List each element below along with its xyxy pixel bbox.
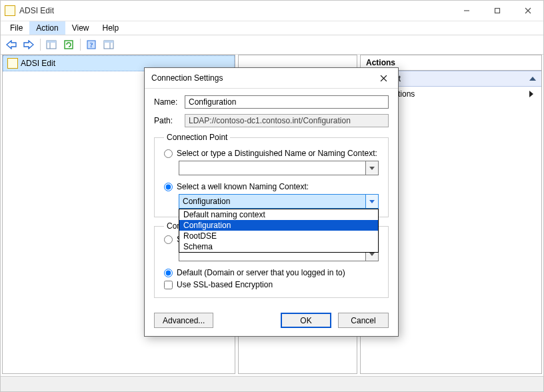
action-pane-button[interactable] [101,37,117,52]
submenu-icon [529,91,533,97]
status-bar [1,376,543,391]
ssl-checkbox-input[interactable] [164,281,173,289]
name-field[interactable] [185,95,389,109]
nc-dropdown-list: Default naming context Configuration Roo… [179,209,379,253]
svg-rect-7 [65,41,73,49]
ok-button[interactable]: OK [281,313,331,328]
dn-combo-input[interactable] [179,161,365,175]
nc-option-default[interactable]: Default naming context [179,209,378,220]
dialog-close-button[interactable] [371,69,395,87]
help-button[interactable]: ? [83,37,99,52]
minimize-button[interactable] [451,1,482,20]
path-label: Path: [154,116,185,125]
menu-file[interactable]: File [3,21,29,35]
collapse-icon [529,77,536,81]
app-icon [5,5,15,16]
menu-help[interactable]: Help [96,21,126,35]
radio-nc[interactable]: Select a well known Naming Context: [164,182,379,191]
radio-computer-default-label: Default (Domain or server that you logge… [177,268,345,277]
main-window: ADSI Edit File Action View Help [0,0,544,392]
back-button[interactable] [3,37,19,52]
nc-combo-drop[interactable] [365,194,379,209]
advanced-button[interactable]: Advanced... [154,313,213,328]
radio-dn[interactable]: Select or type a Distinguished Name or N… [164,149,379,158]
window-title: ADSI Edit [19,6,54,15]
radio-nc-input[interactable] [164,183,173,191]
close-button[interactable] [513,1,543,20]
adsi-icon [7,58,18,69]
connection-point-legend: Connection Point [164,133,230,142]
refresh-button[interactable] [61,37,77,52]
menu-view[interactable]: View [65,21,96,35]
nc-option-rootdse[interactable]: RootDSE [179,231,378,241]
forward-button[interactable] [21,37,37,52]
ssl-checkbox[interactable]: Use SSL-based Encryption [164,280,379,289]
radio-dn-label: Select or type a Distinguished Name or N… [177,149,377,158]
connection-point-group: Connection Point Select or type a Distin… [154,133,389,217]
radio-dn-input[interactable] [164,149,173,158]
toolbar-sep-2 [78,37,82,52]
toolbar: ? [1,35,543,55]
dialog-titlebar: Connection Settings [145,68,398,89]
nc-combo[interactable]: Default naming context Configuration Roo… [179,194,379,209]
cancel-button[interactable]: Cancel [338,313,389,328]
nc-option-configuration[interactable]: Configuration [179,220,378,231]
tree-root-label: ADSI Edit [21,59,55,68]
ssl-checkbox-label: Use SSL-based Encryption [177,280,273,289]
nc-combo-input[interactable] [179,194,365,209]
svg-rect-11 [104,41,113,43]
radio-computer-default-input[interactable] [164,269,173,277]
svg-rect-1 [495,9,500,13]
show-hide-tree-button[interactable] [43,37,59,52]
svg-rect-5 [47,41,56,43]
name-label: Name: [154,97,185,107]
menu-action[interactable]: Action [29,21,65,35]
maximize-button[interactable] [482,1,513,20]
radio-computer-select-input[interactable] [164,235,173,244]
titlebar: ADSI Edit [1,1,543,21]
path-field [185,114,389,127]
radio-nc-label: Select a well known Naming Context: [177,182,309,191]
radio-computer-default[interactable]: Default (Domain or server that you logge… [164,268,379,277]
connection-settings-dialog: Connection Settings Name: Path: Connecti… [144,67,399,337]
toolbar-sep [38,37,42,52]
svg-text:?: ? [90,41,93,49]
menubar: File Action View Help [1,21,543,35]
nc-option-schema[interactable]: Schema [179,241,378,252]
dn-combo[interactable] [179,161,379,175]
dialog-title: Connection Settings [151,73,223,83]
dn-combo-drop[interactable] [365,161,379,175]
